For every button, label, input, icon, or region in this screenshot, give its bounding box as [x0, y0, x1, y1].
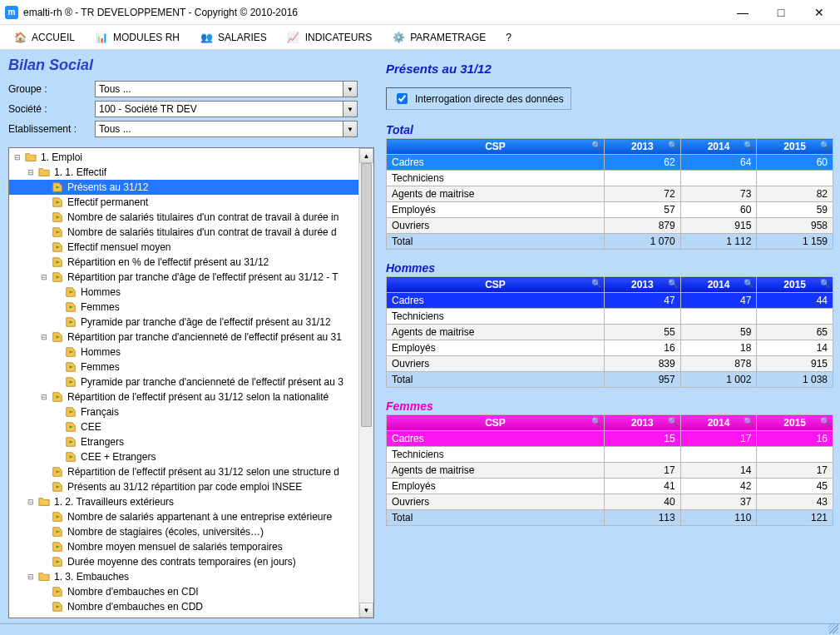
table-row[interactable]: Agents de maitrise555965 [387, 325, 833, 340]
tree-node[interactable]: ·Femmes [9, 300, 358, 315]
column-header[interactable]: 2014🔍 [680, 277, 757, 293]
table-row[interactable]: Ouvriers879915958 [387, 218, 833, 234]
menu-item-modulesrh[interactable]: 📊MODULES RH [86, 25, 188, 49]
column-header[interactable]: 2014🔍 [680, 415, 757, 431]
table-row[interactable]: Agents de maitrise171417 [387, 463, 833, 479]
scroll-track[interactable] [359, 163, 373, 603]
tree-node[interactable]: ·Pyramide par tranche d'âge de l'effecti… [9, 315, 358, 330]
table-row[interactable]: Employés576059 [387, 202, 833, 218]
scroll-up-button[interactable]: ▲ [359, 148, 373, 163]
collapse-icon[interactable]: ⊟ [39, 272, 49, 282]
tree-node[interactable]: ·Femmes [9, 360, 358, 375]
collapse-icon[interactable]: ⊟ [39, 392, 49, 402]
maximize-button[interactable]: □ [762, 0, 800, 25]
tree-scrollbar[interactable]: ▲ ▼ [358, 148, 373, 618]
magnifier-icon[interactable]: 🔍 [591, 417, 601, 426]
resize-grip[interactable] [828, 623, 838, 633]
filter-groupe-select[interactable]: Tous ... [95, 81, 343, 97]
table-total-row[interactable]: Total1 0701 1121 159 [387, 234, 833, 250]
column-header[interactable]: 2015🔍 [757, 277, 833, 293]
magnifier-icon[interactable]: 🔍 [591, 279, 601, 288]
column-header[interactable]: 2013🔍 [605, 277, 681, 293]
scroll-thumb[interactable] [361, 163, 372, 427]
table-row[interactable]: Ouvriers839878915 [387, 356, 833, 372]
collapse-icon[interactable]: ⊟ [26, 167, 36, 177]
table-row[interactable]: Agents de maitrise727382 [387, 186, 833, 202]
filter-etablissement-select[interactable]: Tous ... [95, 121, 343, 137]
magnifier-icon[interactable]: 🔍 [820, 417, 830, 426]
magnifier-icon[interactable]: 🔍 [820, 141, 830, 150]
menu-item-[interactable]: ? [497, 25, 520, 49]
direct-query-row[interactable]: Interrogation directe des données [386, 87, 571, 110]
column-header[interactable]: 2014🔍 [680, 139, 757, 155]
tree-node[interactable]: ·Nombre moyen mensuel de salariés tempor… [9, 539, 358, 554]
table-total-row[interactable]: Total9571 0021 038 [387, 372, 833, 388]
menu-item-accueil[interactable]: 🏠ACCUEIL [5, 25, 83, 49]
tree-node[interactable]: ·Pyramide par tranche d'ancienneté de l'… [9, 375, 358, 389]
table-row[interactable]: Employés161814 [387, 340, 833, 356]
tree-node[interactable]: ·Présents au 31/12 [9, 180, 358, 195]
menu-item-salaries[interactable]: 👥SALARIES [191, 25, 275, 49]
minimize-button[interactable]: ― [724, 0, 762, 25]
tree-node[interactable]: ·Effectif permanent [9, 195, 358, 210]
tree-node[interactable]: ⊟1. Emploi [9, 150, 358, 165]
tree-node[interactable]: ·CEE + Etrangers [9, 449, 358, 464]
column-header[interactable]: 2015🔍 [757, 415, 833, 431]
table-row[interactable]: Techniciens [387, 171, 833, 186]
tree-node[interactable]: ·Nombre de stagiaires (écoles, universit… [9, 524, 358, 539]
tree-node[interactable]: ⊟Répartition par tranche d'ancienneté de… [9, 330, 358, 345]
tree-node[interactable]: ·Répartition en % de l'effectif présent … [9, 255, 358, 270]
tree-node[interactable]: ⊟Répartition de l'effectif présent au 31… [9, 389, 358, 404]
magnifier-icon[interactable]: 🔍 [744, 141, 754, 150]
tree-node[interactable]: ⊟Répartition par tranche d'âge de l'effe… [9, 270, 358, 285]
scroll-down-button[interactable]: ▼ [359, 603, 373, 618]
tree-node[interactable]: ·Durée moyenne des contrats temporaires … [9, 554, 358, 569]
tree-viewport[interactable]: ⊟1. Emploi⊟1. 1. Effectif·Présents au 31… [9, 148, 358, 618]
collapse-icon[interactable]: ⊟ [12, 152, 22, 162]
collapse-icon[interactable]: ⊟ [39, 332, 49, 342]
magnifier-icon[interactable]: 🔍 [591, 141, 601, 150]
collapse-icon[interactable]: ⊟ [26, 572, 36, 582]
table-row[interactable]: Employés414245 [387, 479, 833, 494]
close-button[interactable]: ✕ [800, 0, 838, 25]
column-header[interactable]: CSP🔍 [387, 139, 605, 155]
table-row[interactable]: Cadres474744 [387, 293, 833, 309]
magnifier-icon[interactable]: 🔍 [668, 141, 678, 150]
tree-node[interactable]: ·Hommes [9, 285, 358, 300]
table-row[interactable]: Techniciens [387, 447, 833, 463]
table-total-row[interactable]: Total113110121 [387, 510, 833, 526]
tree-node[interactable]: ·Hommes [9, 345, 358, 360]
tree-node[interactable]: ·Nombre d'embauches en CDI [9, 584, 358, 599]
magnifier-icon[interactable]: 🔍 [820, 279, 830, 288]
table-row[interactable]: Ouvriers403743 [387, 494, 833, 510]
magnifier-icon[interactable]: 🔍 [744, 417, 754, 426]
table-row[interactable]: Cadres151716 [387, 431, 833, 447]
tree-node[interactable]: ·Etrangers [9, 434, 358, 449]
column-header[interactable]: CSP🔍 [387, 277, 605, 293]
column-header[interactable]: 2013🔍 [605, 415, 681, 431]
table-row[interactable]: Techniciens [387, 309, 833, 325]
filter-etablissement-dropdown-button[interactable]: ▼ [343, 121, 358, 137]
magnifier-icon[interactable]: 🔍 [744, 279, 754, 288]
column-header[interactable]: 2015🔍 [757, 139, 833, 155]
tree-node[interactable]: ·Présents au 31/12 répartition par code … [9, 479, 358, 494]
tree-node[interactable]: ·Nombre d'embauches en CDD [9, 599, 358, 614]
tree-node[interactable]: ·CEE [9, 419, 358, 434]
tree-node[interactable]: ·Nombre de salariés titulaires d'un cont… [9, 210, 358, 225]
tree-node[interactable]: ·Effectif mensuel moyen [9, 240, 358, 255]
column-header[interactable]: 2013🔍 [605, 139, 681, 155]
tree-node[interactable]: ⊟1. 3. Embauches [9, 569, 358, 584]
filter-societe-dropdown-button[interactable]: ▼ [343, 101, 358, 117]
collapse-icon[interactable]: ⊟ [26, 497, 36, 507]
tree-node[interactable]: ·Nombre de salariés appartenant à une en… [9, 509, 358, 524]
column-header[interactable]: CSP🔍 [387, 415, 605, 431]
table-row[interactable]: Cadres626460 [387, 155, 833, 171]
tree-node[interactable]: ⊟1. 1. Effectif [9, 165, 358, 180]
tree-node[interactable]: ·Répartition de l'effectif présent au 31… [9, 464, 358, 479]
magnifier-icon[interactable]: 🔍 [668, 417, 678, 426]
filter-groupe-dropdown-button[interactable]: ▼ [343, 81, 358, 97]
tree-node[interactable]: ·Français [9, 404, 358, 419]
tree-node[interactable]: ⊟1. 2. Travailleurs extérieurs [9, 494, 358, 509]
menu-item-parametrage[interactable]: ⚙️PARAMETRAGE [383, 25, 494, 49]
magnifier-icon[interactable]: 🔍 [668, 279, 678, 288]
